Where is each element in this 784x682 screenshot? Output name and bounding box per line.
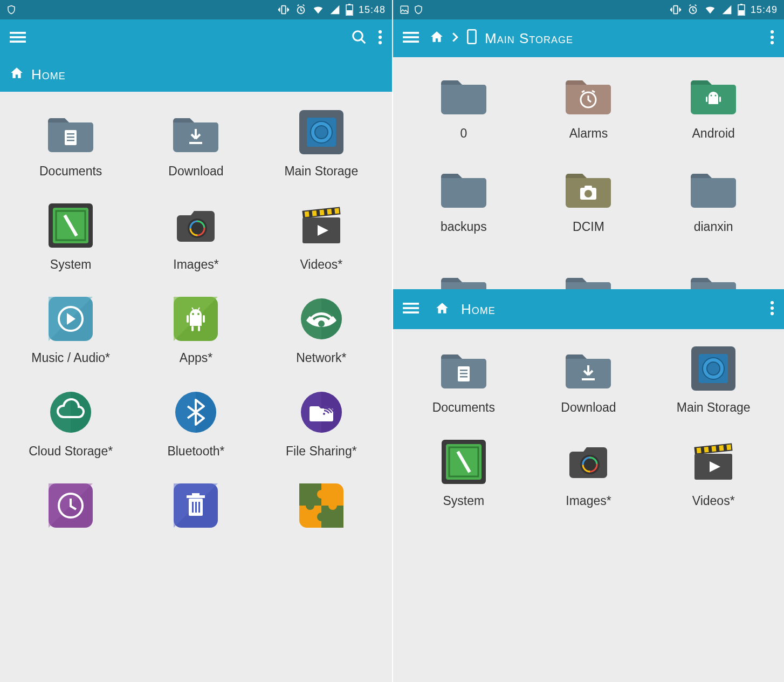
svg-rect-0 [281,6,285,14]
bluetooth-icon [171,388,220,437]
folder-doc-icon [439,344,488,393]
overflow-icon[interactable] [770,29,774,47]
grid-item-folder-partial[interactable] [654,257,773,289]
svg-rect-58 [195,502,197,513]
item-label: DCIM [573,220,604,234]
grid-item-plugins[interactable] [262,481,381,530]
secondary-title[interactable]: Home [461,301,496,318]
wifi-icon [312,4,324,16]
grid-item-android[interactable]: Android [654,70,773,141]
grid-item-videos-[interactable]: Videos* [262,201,381,272]
svg-rect-6 [10,36,26,38]
item-label: Videos* [300,257,342,272]
folder-alarm-icon [564,70,613,119]
svg-point-87 [584,190,592,197]
grid-item-download[interactable]: Download [136,108,256,179]
storage-icon [689,344,738,393]
storage-icon [297,108,346,156]
menu-icon[interactable] [403,300,419,318]
item-label: Cloud Storage* [29,444,113,459]
breadcrumb: Main Storage [430,29,573,47]
status-bar: 15:48 [0,0,392,19]
grid-item-file-sharing-[interactable]: File Sharing* [262,388,381,459]
search-icon[interactable] [351,29,367,47]
folder-icon [439,70,488,119]
svg-rect-84 [719,97,721,102]
music-icon [46,295,95,343]
breadcrumb-bar: Home [0,57,392,92]
svg-rect-68 [673,6,677,14]
item-label: Videos* [692,494,735,508]
shield-icon [6,5,16,15]
grid-item-0[interactable]: 0 [404,70,524,141]
item-label: Music / Audio* [31,351,110,365]
item-label: Documents [432,400,495,415]
trash-icon [171,481,220,530]
folder-icon [689,163,738,212]
svg-rect-43 [191,326,194,331]
system-icon [46,201,95,250]
svg-point-82 [715,95,717,97]
svg-rect-75 [403,40,419,43]
svg-rect-115 [719,445,724,451]
grid-item-bluetooth-[interactable]: Bluetooth* [136,388,256,459]
home-icon[interactable] [430,30,444,47]
grid-item-folder-partial[interactable] [404,257,524,289]
grid-item-images-[interactable]: Images* [529,438,649,508]
grid-item-images-[interactable]: Images* [136,201,256,272]
grid-item-folder-partial[interactable] [529,257,649,289]
grid-item-main-storage[interactable]: Main Storage [654,344,773,415]
grid-item-system[interactable]: System [404,438,524,508]
overflow-icon[interactable] [770,300,774,318]
grid-item-backups[interactable]: backups [404,163,524,234]
svg-rect-30 [304,211,309,217]
grid-item-system[interactable]: System [11,201,130,272]
shield-icon [414,5,423,15]
overflow-icon[interactable] [378,29,382,47]
home-icon[interactable] [435,301,449,317]
videos-icon [297,201,346,250]
recent-icon [46,481,95,530]
folder-android-icon [689,70,738,119]
item-label: Main Storage [284,164,358,179]
breadcrumb-home[interactable]: Home [31,66,66,83]
svg-rect-88 [403,303,419,305]
grid-item-music-audio-[interactable]: Music / Audio* [11,295,130,365]
breadcrumb-current[interactable]: Main Storage [485,30,573,47]
menu-icon[interactable] [10,29,26,47]
grid-item-download[interactable]: Download [529,344,649,415]
grid-item-apps-[interactable]: Apps* [136,295,256,365]
svg-point-92 [771,306,774,310]
grid-item-trash[interactable] [136,481,256,530]
folder-partial-icon [439,257,488,289]
grid-item-dianxin[interactable]: dianxin [654,163,773,234]
vibrate-icon [670,4,682,16]
home-icon[interactable] [10,66,24,84]
svg-rect-112 [697,447,702,453]
svg-point-79 [771,41,774,44]
grid-item-network-[interactable]: Network* [262,295,381,365]
grid-item-cloud-storage-[interactable]: Cloud Storage* [11,388,130,459]
grid-item-alarms[interactable]: Alarms [529,70,649,141]
svg-point-10 [379,36,382,39]
status-bar: 15:49 [393,0,784,19]
item-label: Alarms [569,126,608,141]
svg-rect-44 [198,326,200,331]
folder-download-icon [171,108,220,156]
menu-icon[interactable] [403,29,419,47]
grid-item-documents[interactable]: Documents [404,344,524,415]
plugins-icon [297,481,346,530]
grid-item-dcim[interactable]: DCIM [529,163,649,234]
grid-item-main-storage[interactable]: Main Storage [262,108,381,179]
svg-rect-16 [189,142,202,144]
grid-item-videos-[interactable]: Videos* [654,438,773,508]
phone-icon [466,29,477,47]
signal-icon [721,4,732,15]
svg-rect-73 [403,32,419,34]
svg-rect-42 [203,315,205,323]
grid-item-recent[interactable] [11,481,130,530]
grid-item-documents[interactable]: Documents [11,108,130,179]
svg-rect-98 [582,378,595,380]
item-label: System [443,494,484,508]
svg-point-9 [379,30,382,33]
